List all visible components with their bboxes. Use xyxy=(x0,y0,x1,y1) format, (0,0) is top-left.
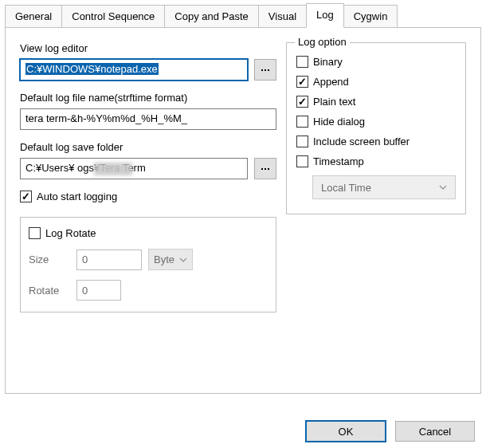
hide-label: Hide dialog xyxy=(313,116,365,128)
tab-log[interactable]: Log xyxy=(306,3,344,28)
ellipsis-icon xyxy=(261,69,269,71)
ellipsis-icon xyxy=(261,168,269,170)
append-checkbox[interactable] xyxy=(296,76,308,88)
rotate-count-input[interactable] xyxy=(76,280,121,301)
size-input[interactable] xyxy=(76,250,142,270)
timestamp-tz-select[interactable]: Local Time xyxy=(312,175,456,199)
size-label: Size xyxy=(29,253,70,265)
size-unit-select[interactable]: Byte xyxy=(148,249,193,270)
plain-label: Plain text xyxy=(313,96,355,108)
tab-control-sequence[interactable]: Control Sequence xyxy=(61,5,165,28)
default-log-name-label: Default log file name(strftime format) xyxy=(20,92,276,104)
log-rotate-checkbox[interactable] xyxy=(29,227,41,239)
chevron-down-icon xyxy=(439,183,447,191)
tab-visual[interactable]: Visual xyxy=(258,5,307,28)
log-rotate-group: Log Rotate Size Byte Rotate xyxy=(20,217,276,312)
timestamp-label: Timestamp xyxy=(313,155,364,167)
left-column: View log editor C:¥WINDOWS¥notepad.exe D… xyxy=(20,42,286,379)
log-option-title: Log option xyxy=(295,36,350,48)
size-unit-value: Byte xyxy=(154,253,174,265)
ok-button[interactable]: OK xyxy=(306,421,386,442)
binary-label: Binary xyxy=(313,56,343,68)
tab-general[interactable]: General xyxy=(5,5,62,28)
default-log-name-input[interactable]: tera term-&h-%Y%m%d_%H_%M_ xyxy=(20,108,276,130)
cancel-button[interactable]: Cancel xyxy=(395,421,475,442)
dialog: General Control Sequence Copy and Paste … xyxy=(0,0,486,448)
log-rotate-label: Log Rotate xyxy=(45,227,96,239)
dialog-buttons: OK Cancel xyxy=(306,421,475,442)
binary-checkbox[interactable] xyxy=(296,56,308,68)
right-column: Log option Binary Append Plain text Hide… xyxy=(286,42,466,379)
chevron-down-icon xyxy=(179,256,187,264)
tab-content: View log editor C:¥WINDOWS¥notepad.exe D… xyxy=(5,27,481,394)
hide-checkbox[interactable] xyxy=(296,116,308,128)
view-log-editor-value: C:¥WINDOWS¥notepad.exe xyxy=(25,63,159,75)
timestamp-tz-value: Local Time xyxy=(321,182,371,194)
default-folder-label: Default log save folder xyxy=(20,141,276,153)
browse-editor-button[interactable] xyxy=(254,59,276,81)
redacted-region xyxy=(94,163,132,175)
tab-copy-paste[interactable]: Copy and Paste xyxy=(164,5,259,28)
rotate-count-label: Rotate xyxy=(29,285,70,297)
include-checkbox[interactable] xyxy=(296,136,308,147)
view-log-editor-label: View log editor xyxy=(20,42,276,54)
auto-start-checkbox[interactable] xyxy=(20,191,32,202)
include-label: Include screen buffer xyxy=(313,136,410,147)
tab-bar: General Control Sequence Copy and Paste … xyxy=(5,5,481,28)
view-log-editor-input[interactable]: C:¥WINDOWS¥notepad.exe xyxy=(20,59,248,81)
log-option-group: Log option Binary Append Plain text Hide… xyxy=(286,42,466,214)
auto-start-label: Auto start logging xyxy=(37,191,117,202)
tab-cygwin[interactable]: Cygwin xyxy=(343,5,398,28)
default-folder-input[interactable]: C:¥Users¥ ogs¥Tera Term xyxy=(20,158,248,179)
browse-folder-button[interactable] xyxy=(254,158,276,179)
plain-checkbox[interactable] xyxy=(296,96,308,108)
timestamp-checkbox[interactable] xyxy=(296,155,308,167)
append-label: Append xyxy=(313,76,349,88)
